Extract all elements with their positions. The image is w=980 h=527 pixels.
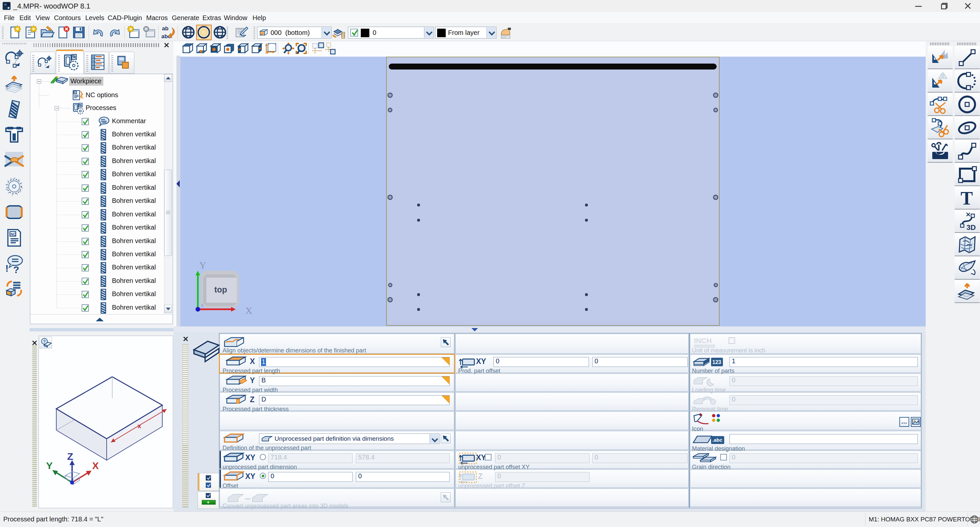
svg-text:X: X xyxy=(92,460,99,471)
svg-text:3D: 3D xyxy=(967,223,976,232)
svg-text:Y: Y xyxy=(46,460,52,471)
svg-text:Y: Y xyxy=(199,260,207,270)
svg-text:Z: Z xyxy=(67,451,73,462)
svg-text:ab: ab xyxy=(162,26,169,32)
svg-text:!: ! xyxy=(5,263,8,274)
svg-text:123: 123 xyxy=(713,359,721,365)
svg-text:top: top xyxy=(214,285,227,294)
svg-text:T: T xyxy=(961,188,973,209)
svg-text:NC: NC xyxy=(11,232,16,236)
svg-text:NC: NC xyxy=(74,91,77,94)
svg-text:z: z xyxy=(201,302,204,308)
svg-text:X: X xyxy=(245,305,253,316)
svg-text:?: ? xyxy=(13,264,19,275)
svg-text:W: W xyxy=(4,3,7,6)
svg-text:.abc: .abc xyxy=(713,437,722,443)
svg-text:x: x xyxy=(137,422,141,430)
svg-text:INCH: INCH xyxy=(694,337,712,345)
